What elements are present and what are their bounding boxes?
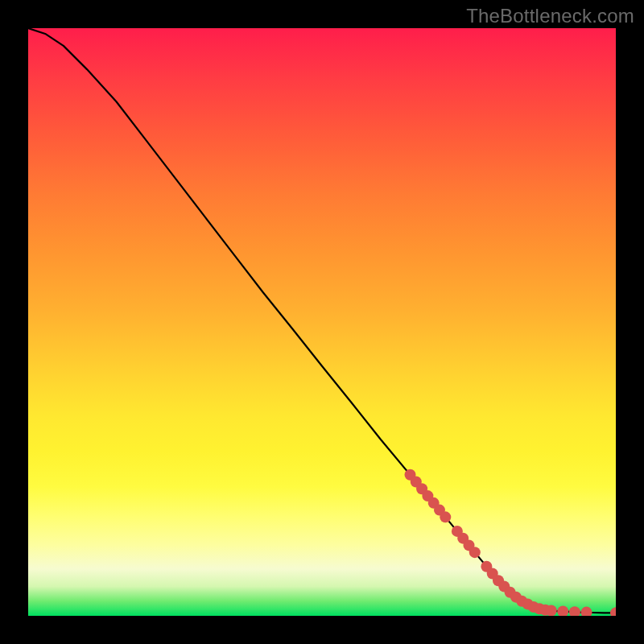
data-marker [440,511,451,522]
plot-area [28,28,616,616]
chart-container: TheBottleneck.com [0,0,644,644]
data-marker [581,607,592,616]
data-marker [610,607,616,616]
data-marker [546,605,557,616]
line-curve [28,28,616,613]
watermark-text: TheBottleneck.com [466,5,634,27]
marker-group [405,469,617,616]
data-marker [557,606,568,616]
data-marker [469,547,481,558]
plot-svg [28,28,616,616]
data-marker [569,606,580,616]
